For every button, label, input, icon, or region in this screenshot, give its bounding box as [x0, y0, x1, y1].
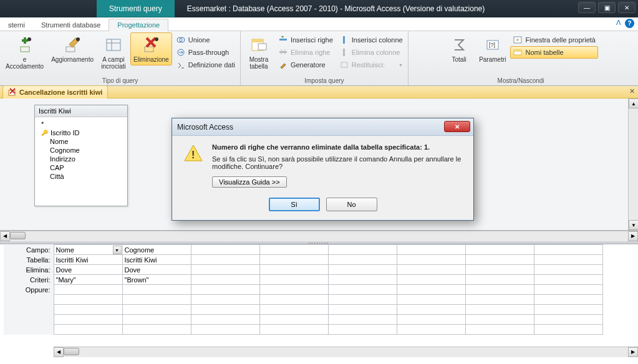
builder-icon — [278, 60, 288, 70]
grid-cell[interactable] — [259, 245, 328, 255]
scroll-up-button[interactable]: ▲ — [629, 98, 638, 108]
grid-cell-criteri-2[interactable]: "Brown" — [122, 275, 191, 285]
passthrough-icon — [176, 47, 186, 57]
dialog-body-text: Se si fa clic su Sì, non sarà possibile … — [212, 155, 461, 170]
field-nome[interactable]: Nome — [39, 137, 123, 146]
maximize-button[interactable]: ▣ — [598, 2, 616, 13]
primary-key-icon: 🔑 — [41, 130, 48, 136]
row-header-oppure: Oppure: — [4, 285, 54, 295]
grid-scroll-left-button[interactable]: ◀ — [54, 347, 64, 357]
sigma-icon — [449, 35, 469, 55]
row-header-tabella: Tabella: — [4, 255, 54, 265]
generatore-button[interactable]: Generatore — [276, 59, 336, 71]
tab-progettazione[interactable]: Progettazione — [109, 19, 168, 31]
grid-cell-tabella-2[interactable]: Iscritti Kiwi — [122, 255, 191, 265]
context-tab-query-tools[interactable]: Strumenti query — [97, 0, 175, 17]
grid-horizontal-scrollbar[interactable]: ◀ ▶ — [54, 347, 638, 357]
ribbon-minimize-icon[interactable]: ᐱ — [615, 19, 622, 28]
dialog-titlebar[interactable]: Microsoft Access ✕ — [172, 118, 473, 136]
delete-query-icon — [8, 87, 17, 97]
field-citta[interactable]: Città — [39, 172, 123, 181]
group-label-imposta-query: Imposta query — [243, 77, 405, 85]
grid-cell[interactable] — [397, 245, 465, 255]
delete-rows-icon — [278, 47, 288, 57]
parametri-button[interactable]: [?] Parametri — [476, 32, 509, 65]
update-pencil-icon — [62, 35, 82, 55]
totali-button[interactable]: Totali — [443, 32, 475, 65]
tab-strumenti-database[interactable]: Strumenti database — [33, 19, 109, 31]
warning-icon: ! — [183, 143, 203, 163]
svg-rect-18 — [343, 49, 345, 56]
svg-text:[?]: [?] — [489, 42, 495, 48]
delete-x-icon — [141, 35, 161, 55]
nomi-tabelle-button[interactable]: Nomi tabelle — [510, 46, 598, 59]
field-indirizzo[interactable]: Indirizzo — [39, 155, 123, 163]
dialog-no-button[interactable]: No — [326, 198, 377, 211]
svg-point-1 — [27, 37, 31, 41]
definizione-dati-button[interactable]: Definizione dati — [173, 59, 238, 71]
svg-point-3 — [76, 37, 80, 41]
grid-cell[interactable] — [534, 245, 602, 255]
document-tab-active[interactable]: Cancellazione iscritti kiwi — [2, 85, 108, 98]
field-star[interactable]: * — [39, 120, 123, 128]
document-close-button[interactable]: ✕ — [629, 87, 635, 95]
grid-scroll-right-button[interactable]: ▶ — [628, 347, 638, 357]
design-horizontal-scrollbar[interactable]: ◀ ▶ — [0, 231, 638, 241]
grid-cell[interactable] — [191, 245, 259, 255]
grid-cell-campo-2[interactable]: Cognome — [122, 245, 191, 255]
scroll-right-button[interactable]: ▶ — [628, 231, 638, 241]
grid-cell-tabella-1[interactable]: Iscritti Kiwi — [54, 255, 122, 265]
grid-cell-elimina-2[interactable]: Dove — [122, 265, 191, 275]
qbe-grid-table[interactable]: Campo: Nome▼ Cognome Tabella: Iscritti K… — [4, 244, 603, 335]
svg-rect-4 — [107, 39, 120, 50]
finestra-proprieta-button[interactable]: Finestra delle proprietà — [510, 34, 598, 46]
field-iscritto-id[interactable]: 🔑Iscritto ID — [39, 128, 123, 137]
unione-button[interactable]: Unione — [173, 34, 238, 46]
scroll-down-button[interactable]: ▼ — [629, 220, 638, 230]
inserisci-colonne-button[interactable]: Inserisci colonne — [337, 34, 405, 46]
grid-cell-campo-1[interactable]: Nome▼ — [54, 245, 122, 255]
grid-cell[interactable] — [328, 245, 397, 255]
field-cognome[interactable]: Cognome — [39, 146, 123, 155]
inserisci-righe-button[interactable]: Inserisci righe — [276, 34, 336, 46]
table-field-list[interactable]: Iscritti Kiwi * 🔑Iscritto ID Nome Cognom… — [34, 105, 128, 206]
tab-esterni[interactable]: sterni — [0, 19, 33, 31]
row-header-elimina: Elimina: — [4, 265, 54, 275]
design-vertical-scrollbar[interactable]: ▲ ▼ — [628, 98, 638, 230]
ribbon-group-mostra-nascondi: Totali [?] Parametri Finestra delle prop… — [441, 31, 601, 85]
aggiornamento-button[interactable]: Aggiornamento — [48, 32, 97, 65]
svg-point-8 — [155, 37, 158, 41]
group-label-mostra-nascondi: Mostra/Nascondi — [443, 77, 598, 85]
append-plus-icon — [15, 35, 35, 55]
dialog-yes-button[interactable]: Sì — [269, 198, 320, 211]
insert-rows-icon — [278, 35, 288, 45]
field-cap[interactable]: CAP — [39, 163, 123, 172]
minimize-button[interactable]: — — [578, 2, 596, 13]
grid-cell-elimina-1[interactable]: Dove — [54, 265, 122, 275]
svg-rect-13 — [252, 39, 263, 42]
mostra-tabella-button[interactable]: Mostratabella — [243, 32, 274, 72]
svg-rect-17 — [343, 36, 345, 44]
group-label-tipo-query: Tipo di query — [2, 77, 238, 85]
properties-icon — [513, 35, 523, 45]
visualizza-guida-button[interactable]: Visualizza Guida >> — [212, 176, 287, 188]
confirm-delete-dialog: Microsoft Access ✕ ! Numero di righe che… — [172, 118, 474, 221]
scroll-left-button[interactable]: ◀ — [0, 231, 10, 241]
close-button[interactable]: ✕ — [618, 2, 636, 13]
dialog-close-button[interactable]: ✕ — [444, 121, 470, 132]
scroll-thumb-h[interactable] — [10, 232, 26, 239]
row-header-criteri: Criteri: — [4, 275, 54, 285]
ribbon-group-imposta-query: Mostratabella Inserisci righe Elimina ri… — [241, 31, 408, 85]
campi-incrociati-button[interactable]: A campiincrociati — [98, 32, 129, 72]
svg-rect-14 — [258, 44, 266, 50]
eliminazione-button[interactable]: Eliminazione — [130, 32, 172, 65]
grid-cell-criteri-1[interactable]: "Mary" — [54, 275, 122, 285]
grid-cell[interactable] — [465, 245, 534, 255]
field-dropdown-button[interactable]: ▼ — [113, 246, 122, 254]
document-tab-bar: Cancellazione iscritti kiwi ✕ — [0, 86, 638, 98]
passthrough-button[interactable]: Pass-through — [173, 46, 238, 59]
grid-scroll-thumb[interactable] — [64, 348, 79, 355]
delete-cols-icon — [339, 47, 349, 57]
accodamento-button[interactable]: eAccodamento — [2, 32, 47, 72]
help-button[interactable]: ? — [625, 19, 634, 28]
